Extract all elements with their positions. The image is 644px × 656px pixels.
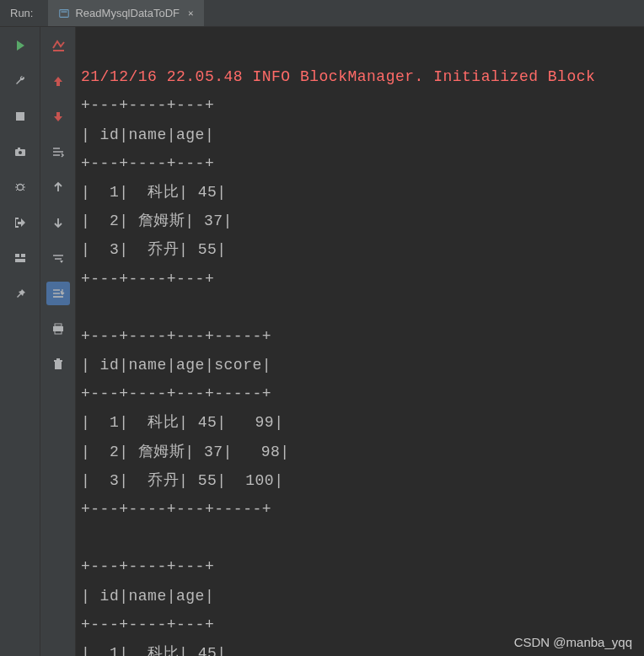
svg-rect-14 bbox=[21, 254, 25, 257]
svg-point-4 bbox=[19, 151, 22, 154]
console-toolbar bbox=[40, 27, 76, 656]
run-panel-header: Run: ReadMysqlDataToDF ✕ bbox=[0, 0, 644, 27]
stop-button[interactable] bbox=[8, 105, 32, 128]
exit-icon[interactable] bbox=[8, 211, 32, 234]
table-row: | 2| 詹姆斯| 37| 98| bbox=[81, 444, 290, 460]
svg-rect-29 bbox=[54, 360, 62, 362]
table-separator: +---+----+---+ bbox=[81, 155, 214, 172]
table-row: | 3| 乔丹| 55| 100| bbox=[81, 472, 283, 489]
table-separator: +---+----+---+-----+ bbox=[81, 328, 271, 345]
run-button[interactable] bbox=[8, 34, 32, 57]
table-header: | id|name|age| bbox=[81, 588, 214, 605]
tab-label: ReadMysqlDataToDF bbox=[75, 7, 180, 19]
log-line: 21/12/16 22.05.48 INFO BlockManager. Ini… bbox=[81, 68, 595, 85]
svg-line-12 bbox=[23, 189, 24, 191]
trash-icon[interactable] bbox=[46, 352, 70, 376]
svg-line-11 bbox=[16, 189, 18, 191]
run-label: Run: bbox=[10, 7, 33, 19]
camera-icon[interactable] bbox=[8, 140, 32, 164]
wrench-icon[interactable] bbox=[8, 69, 32, 93]
filter-icon[interactable] bbox=[46, 246, 70, 270]
table-separator: +---+----+---+ bbox=[81, 97, 214, 114]
down-small-arrow-icon[interactable] bbox=[46, 211, 70, 234]
up-small-arrow-icon[interactable] bbox=[46, 175, 70, 199]
debug-icon[interactable] bbox=[8, 175, 32, 199]
svg-point-6 bbox=[17, 185, 23, 191]
svg-rect-13 bbox=[15, 254, 19, 257]
soft-wrap-icon[interactable] bbox=[46, 140, 70, 164]
svg-rect-28 bbox=[55, 362, 62, 369]
pin-icon[interactable] bbox=[8, 282, 32, 305]
layout-icon[interactable] bbox=[8, 246, 32, 270]
svg-line-9 bbox=[16, 184, 18, 186]
table-header: | id|name|age| bbox=[81, 126, 214, 143]
table-header: | id|name|age|score| bbox=[81, 357, 271, 374]
table-separator: +---+----+---+-----+ bbox=[81, 385, 271, 402]
table-separator: +---+----+---+-----+ bbox=[81, 501, 271, 518]
table-separator: +---+----+---+ bbox=[81, 616, 214, 633]
table-row: | 1| 科比| 45| bbox=[81, 184, 227, 201]
table-row: | 2| 詹姆斯| 37| bbox=[81, 212, 233, 229]
table-row: | 3| 乔丹| 55| bbox=[81, 241, 227, 258]
svg-rect-1 bbox=[62, 11, 67, 12]
scroll-to-end-icon[interactable] bbox=[46, 282, 70, 305]
table-row: | 1| 科比| 45| 99| bbox=[81, 414, 283, 431]
svg-rect-15 bbox=[15, 259, 25, 262]
down-arrow-icon[interactable] bbox=[46, 105, 70, 128]
table-separator: +---+----+---+ bbox=[81, 271, 214, 288]
configuration-tab[interactable]: ReadMysqlDataToDF ✕ bbox=[48, 0, 203, 26]
up-arrow-icon[interactable] bbox=[46, 69, 70, 93]
print-icon[interactable] bbox=[46, 317, 70, 341]
table-separator: +---+----+---+ bbox=[81, 558, 214, 575]
svg-rect-2 bbox=[16, 112, 24, 121]
svg-line-10 bbox=[23, 184, 24, 186]
svg-rect-30 bbox=[56, 358, 60, 360]
svg-rect-25 bbox=[55, 324, 62, 326]
watermark: CSDN @manba_yqq bbox=[514, 635, 632, 649]
table-row: | 1| 科比| 45| bbox=[81, 645, 227, 656]
main-area: 21/12/16 22.05.48 INFO BlockManager. Ini… bbox=[0, 27, 644, 656]
svg-rect-0 bbox=[60, 9, 69, 17]
console-output[interactable]: 21/12/16 22.05.48 INFO BlockManager. Ini… bbox=[76, 27, 644, 656]
underline-icon[interactable] bbox=[46, 34, 70, 57]
app-icon bbox=[58, 8, 70, 19]
close-icon[interactable]: ✕ bbox=[188, 8, 194, 19]
run-toolbar bbox=[0, 27, 40, 656]
svg-rect-5 bbox=[18, 148, 20, 149]
